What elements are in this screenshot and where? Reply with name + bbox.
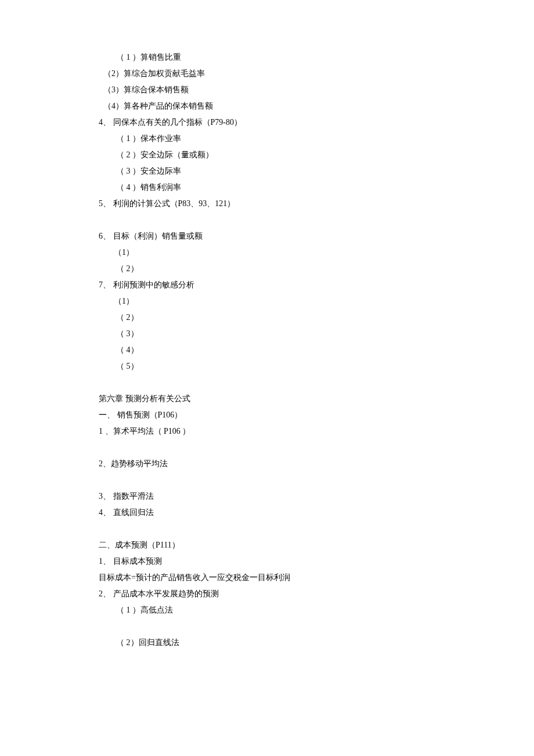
text-line: （ 1 ）算销售比重 <box>99 49 476 66</box>
text-line: （3）算综合保本销售额 <box>99 82 476 98</box>
blank-line <box>99 212 476 228</box>
blank-line <box>99 375 476 391</box>
text-line: （ 4） <box>99 342 476 358</box>
text-line: 第六章 预测分析有关公式 <box>99 391 476 407</box>
text-line: （ 5） <box>99 358 476 375</box>
document-page: （ 1 ）算销售比重（2）算综合加权贡献毛益率（3）算综合保本销售额（4）算各种… <box>0 0 534 756</box>
blank-line <box>99 472 476 488</box>
text-line: （1） <box>99 244 476 261</box>
text-line: （ 2） <box>99 309 476 326</box>
text-line: 7、 利润预测中的敏感分析 <box>99 277 476 293</box>
text-line: 二、成本预测（P111） <box>99 537 476 553</box>
text-line: （ 3 ）安全边际率 <box>99 163 476 179</box>
text-line: （ 3） <box>99 326 476 342</box>
text-line: （ 2 ）安全边际（量或额） <box>99 147 476 163</box>
blank-line <box>99 618 476 635</box>
text-line: （2）算综合加权贡献毛益率 <box>99 66 476 82</box>
text-line: 4、 同保本点有关的几个指标（P79-80） <box>99 114 476 131</box>
text-line: 2、趋势移动平均法 <box>99 456 476 472</box>
text-line: 目标成本=预计的产品销售收入一应交税金一目标利润 <box>99 570 476 586</box>
text-line: 一、 销售预测（P106） <box>99 407 476 423</box>
text-line: （ 4 ）销售利润率 <box>99 179 476 196</box>
text-line: （ 1 ）保本作业率 <box>99 131 476 147</box>
text-line: 1、 目标成本预测 <box>99 553 476 570</box>
text-line: 6、 目标（利润）销售量或额 <box>99 228 476 244</box>
blank-line <box>99 521 476 537</box>
text-line: （ 1 ）高低点法 <box>99 602 476 618</box>
text-line: （ 2）回归直线法 <box>99 635 476 651</box>
blank-line <box>99 440 476 456</box>
text-line: （1） <box>99 293 476 309</box>
text-line: 5、 利润的计算公式（P83、93、121） <box>99 196 476 212</box>
text-line: 2、 产品成本水平发展趋势的预测 <box>99 586 476 602</box>
text-line: 3、 指数平滑法 <box>99 488 476 505</box>
text-line: （ 2） <box>99 261 476 277</box>
text-line: 1 、算术平均法（ P106 ） <box>99 423 476 440</box>
text-line: （4）算各种产品的保本销售额 <box>99 98 476 114</box>
text-line: 4、 直线回归法 <box>99 505 476 521</box>
